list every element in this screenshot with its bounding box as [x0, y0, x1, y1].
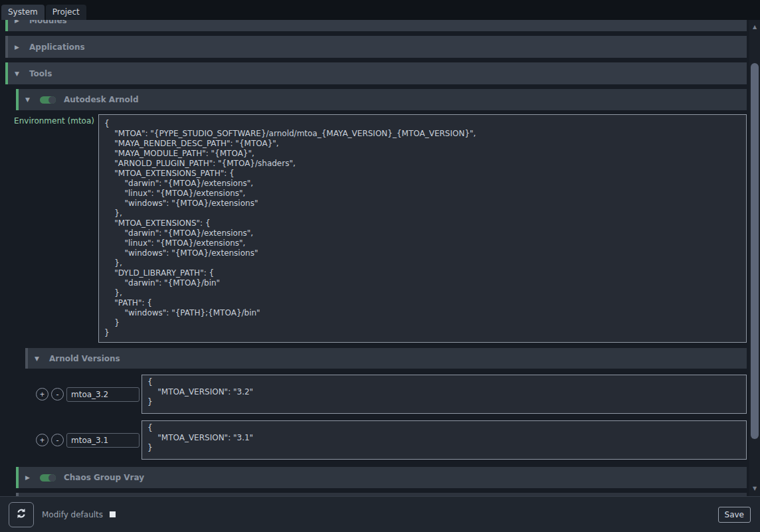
section-header-chaos-group-vray[interactable]: ▶ Chaos Group Vray: [16, 467, 747, 488]
version-name-input[interactable]: [66, 387, 140, 402]
modify-defaults-label: Modify defaults: [42, 510, 103, 519]
settings-content: ▶ Modules ▶ Applications ▼ Tools ▼ Autod…: [0, 20, 749, 496]
toggle-knob: [48, 474, 56, 482]
tab-project[interactable]: Project: [46, 5, 86, 20]
modify-defaults-checkbox[interactable]: [110, 511, 116, 517]
environment-json-editor[interactable]: { "MTOA": "{PYPE_STUDIO_SOFTWARE}/arnold…: [98, 114, 747, 343]
section-label: Applications: [29, 43, 85, 52]
expand-arrow-icon[interactable]: ▼: [25, 96, 32, 103]
version-row: + - { "MTOA_VERSION": "3.1" }: [36, 420, 747, 460]
collapse-arrow-icon[interactable]: ▶: [15, 20, 21, 24]
section-label: Chaos Group Vray: [64, 473, 144, 482]
remove-version-button[interactable]: -: [51, 434, 64, 446]
remove-version-button[interactable]: -: [51, 388, 64, 400]
toggle-knob: [48, 96, 56, 104]
environment-label: Environment (mtoa): [5, 114, 98, 126]
settings-window: System Project ▶ Modules ▶ Applications …: [0, 0, 760, 532]
expand-arrow-icon[interactable]: ▼: [35, 355, 41, 362]
scroll-down-button[interactable]: ▼: [749, 483, 760, 493]
section-header-applications[interactable]: ▶ Applications: [5, 36, 747, 58]
section-header-arnold-versions[interactable]: ▼ Arnold Versions: [25, 348, 747, 369]
version-json-editor[interactable]: { "MTOA_VERSION": "3.2" }: [142, 375, 747, 414]
save-button[interactable]: Save: [718, 507, 751, 523]
section-label: Autodesk Arnold: [64, 95, 139, 104]
version-json-editor[interactable]: { "MTOA_VERSION": "3.1" }: [142, 420, 747, 460]
section-header-partial[interactable]: [16, 493, 747, 496]
expand-arrow-icon[interactable]: ▼: [15, 70, 21, 77]
refresh-button[interactable]: [9, 502, 34, 527]
section-header-autodesk-arnold[interactable]: ▼ Autodesk Arnold: [16, 89, 747, 110]
enabled-toggle[interactable]: [40, 96, 56, 104]
scroll-up-button[interactable]: ▲: [749, 21, 760, 32]
tab-system[interactable]: System: [1, 5, 45, 20]
tab-bar: System Project: [0, 0, 760, 20]
version-name-input[interactable]: [66, 433, 140, 448]
collapse-arrow-icon[interactable]: ▶: [15, 44, 21, 50]
enabled-toggle[interactable]: [40, 474, 56, 482]
add-version-button[interactable]: +: [36, 388, 48, 400]
scrollbar-thumb[interactable]: [751, 63, 759, 439]
refresh-icon: [15, 507, 28, 522]
section-header-tools[interactable]: ▼ Tools: [5, 62, 747, 84]
environment-row: Environment (mtoa) { "MTOA": "{PYPE_STUD…: [5, 114, 747, 343]
add-version-button[interactable]: +: [36, 434, 48, 446]
settings-scroll-area: ▶ Modules ▶ Applications ▼ Tools ▼ Autod…: [0, 20, 760, 496]
section-label: Tools: [29, 69, 52, 78]
section-label: Arnold Versions: [49, 354, 120, 363]
version-row: + - { "MTOA_VERSION": "3.2" }: [36, 375, 747, 414]
collapse-arrow-icon[interactable]: ▶: [25, 474, 32, 481]
section-header-modules[interactable]: ▶ Modules: [5, 20, 747, 31]
section-label: Modules: [29, 20, 67, 25]
vertical-scrollbar[interactable]: ▲ ▼: [749, 20, 760, 496]
footer-bar: Modify defaults Save: [0, 496, 760, 532]
